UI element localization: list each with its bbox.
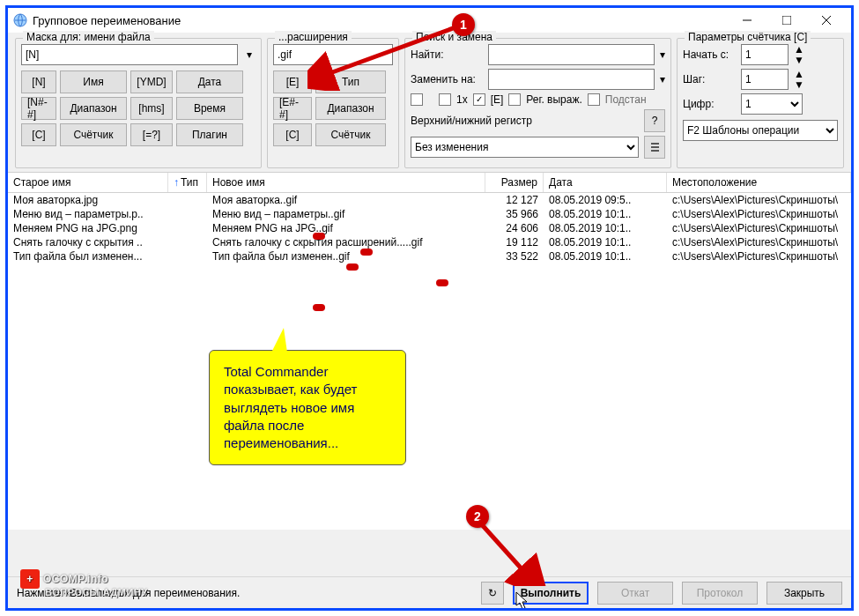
chevron-down-icon[interactable]: ▾ <box>243 48 255 61</box>
table-row[interactable]: Снять галочку с скрытия ..Снять галочку … <box>8 235 851 249</box>
btn-hms[interactable]: [hms] <box>130 97 173 120</box>
ext-input[interactable] <box>273 44 393 65</box>
cell-type <box>168 208 207 220</box>
cell-type <box>168 250 207 263</box>
btn-erange-lbl[interactable]: Диапазон <box>315 97 386 120</box>
window-title: Групповое переименование <box>33 14 727 27</box>
chk-unknown[interactable] <box>411 93 423 106</box>
run-button[interactable]: Выполнить <box>513 582 589 605</box>
cell-loc: c:\Users\Alex\Pictures\Скриншоты\ <box>667 208 851 220</box>
btn-erange[interactable]: [E#-#] <box>273 97 312 120</box>
spin-down-icon[interactable]: ▼ <box>794 79 804 90</box>
table-row[interactable]: Моя аваторка.jpgМоя аваторка..gif12 1270… <box>8 193 851 207</box>
titlebar: Групповое переименование <box>8 8 851 33</box>
col-loc[interactable]: Местоположение <box>667 173 851 192</box>
btn-type[interactable]: Тип <box>315 71 386 93</box>
cell-new: Моя аваторка..gif <box>207 194 485 206</box>
btn-time[interactable]: Время <box>176 97 243 120</box>
annotation-callout: Total Commander показывает, как будет вы… <box>209 350 406 465</box>
maximize-button[interactable] <box>766 8 806 33</box>
annotation-dot <box>346 263 359 271</box>
chk-subst-label: Подстан <box>605 93 647 106</box>
ext-legend: ...расширения <box>275 31 352 43</box>
btn-c[interactable]: [C] <box>21 123 56 146</box>
cell-size: 12 127 <box>485 194 544 206</box>
col-type[interactable]: Тип <box>168 173 207 192</box>
annotation-bubble-1: 1 <box>452 13 475 36</box>
reload-button[interactable]: ↻ <box>481 582 504 605</box>
cell-old: Снять галочку с скрытия .. <box>8 236 168 249</box>
find-input[interactable] <box>488 44 655 65</box>
file-list[interactable]: Моя аваторка.jpgМоя аваторка..gif12 1270… <box>8 193 851 530</box>
replace-label: Заменить на: <box>411 73 483 85</box>
spin-down-icon[interactable]: ▼ <box>794 55 804 65</box>
start-input[interactable] <box>741 44 789 65</box>
col-date[interactable]: Дата <box>544 173 667 192</box>
cell-old: Меняем PNG на JPG.png <box>8 222 168 234</box>
chk-1x[interactable] <box>439 93 451 106</box>
counter-legend: Параметры счётчика [C] <box>685 31 811 43</box>
chk-subst[interactable] <box>588 93 600 106</box>
btn-ecounter[interactable]: Счётчик <box>315 123 386 146</box>
btn-ec[interactable]: [C] <box>273 123 312 146</box>
digits-label: Цифр: <box>683 98 736 110</box>
case-label: Верхний/нижний регистр <box>411 115 532 127</box>
footer-bar: Нажмите «Выполнить» для переименования. … <box>8 576 851 608</box>
btn-plugin[interactable]: Плагин <box>176 123 243 146</box>
annotation-dot <box>360 249 373 256</box>
search-group: Поиск и замена Найти: ▾ Заменить на: ▾ 1… <box>404 38 671 168</box>
cell-loc: c:\Users\Alex\Pictures\Скриншоты\ <box>667 236 851 249</box>
undo-button[interactable]: Откат <box>597 582 673 605</box>
col-old[interactable]: Старое имя <box>8 173 168 192</box>
case-combo[interactable]: Без изменения <box>411 137 639 158</box>
cell-size: 33 522 <box>485 250 544 263</box>
find-label: Найти: <box>411 48 483 61</box>
help-button[interactable]: ? <box>644 109 665 132</box>
mask-group: Маска для: имени файла ▾ [N] Имя [YMD] Д… <box>15 38 262 168</box>
log-button[interactable]: Протокол <box>682 582 758 605</box>
col-new[interactable]: Новое имя <box>207 173 485 192</box>
col-size[interactable]: Размер <box>485 173 544 192</box>
btn-e[interactable]: [E] <box>273 71 312 93</box>
digits-combo[interactable]: 1 <box>741 93 803 115</box>
table-row[interactable]: Тип файла был изменен...Тип файла был из… <box>8 249 851 263</box>
cell-old: Моя аваторка.jpg <box>8 194 168 206</box>
cell-new: Тип файла был изменен..gif <box>207 250 485 263</box>
minimize-button[interactable] <box>727 8 766 33</box>
status-text: Нажмите «Выполнить» для переименования. <box>17 587 240 599</box>
cell-type <box>168 236 207 249</box>
table-row[interactable]: Меню вид – параметры.p..Меню вид – парам… <box>8 207 851 221</box>
annotation-dot <box>313 233 325 240</box>
edit-names-button[interactable] <box>644 136 665 159</box>
chevron-down-icon[interactable]: ▾ <box>660 48 665 61</box>
cell-new: Снять галочку с скрытия расширений.....g… <box>207 236 485 249</box>
cell-new: Меняем PNG на JPG..gif <box>207 222 485 234</box>
chk-e[interactable]: ✓ <box>473 93 485 106</box>
cell-size: 35 966 <box>485 208 544 220</box>
btn-name[interactable]: Имя <box>60 71 127 93</box>
btn-eq[interactable]: [=?] <box>130 123 173 146</box>
step-label: Шаг: <box>683 73 736 85</box>
cell-new: Меню вид – параметры..gif <box>207 208 485 220</box>
svg-rect-6 <box>651 146 659 148</box>
replace-input[interactable] <box>488 69 655 90</box>
btn-counter[interactable]: Счётчик <box>60 123 127 146</box>
search-legend: Поиск и замена <box>412 31 496 43</box>
step-input[interactable] <box>741 69 789 90</box>
btn-n[interactable]: [N] <box>21 71 56 93</box>
chk-1x-label: 1x <box>456 93 468 106</box>
mask-input[interactable] <box>21 44 238 65</box>
btn-nrange[interactable]: [N#-#] <box>21 97 56 120</box>
btn-date[interactable]: Дата <box>176 71 243 93</box>
cell-loc: c:\Users\Alex\Pictures\Скриншоты\ <box>667 194 851 206</box>
table-row[interactable]: Меняем PNG на JPG.pngМеняем PNG на JPG..… <box>8 221 851 235</box>
counter-group: Параметры счётчика [C] Начать с: ▲▼ Шаг:… <box>677 38 844 168</box>
btn-ymd[interactable]: [YMD] <box>130 71 173 93</box>
list-icon <box>650 142 659 152</box>
chevron-down-icon[interactable]: ▾ <box>660 73 665 85</box>
btn-nrange-lbl[interactable]: Диапазон <box>60 97 127 120</box>
close-button-footer[interactable]: Закрыть <box>766 582 842 605</box>
close-button[interactable] <box>806 8 846 33</box>
templates-combo[interactable]: F2 Шаблоны операции <box>683 120 838 141</box>
chk-regex[interactable] <box>508 93 521 106</box>
